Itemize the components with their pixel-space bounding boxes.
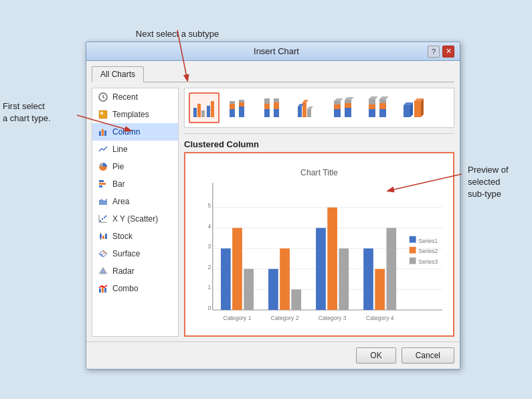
svg-rect-44	[274, 109, 279, 117]
recent-icon	[98, 92, 108, 102]
svg-rect-95	[291, 289, 301, 310]
svg-rect-17	[102, 236, 104, 239]
subtype-3d-column[interactable]	[397, 92, 428, 123]
svg-rect-98	[339, 248, 349, 310]
cancel-button[interactable]: Cancel	[402, 347, 454, 364]
svg-rect-40	[239, 100, 244, 102]
svg-text:Series2: Series2	[418, 248, 438, 254]
svg-rect-3	[99, 131, 101, 136]
svg-text:1: 1	[208, 284, 211, 291]
preview-area: Clustered Column Chart Title 0 1 2 3 4 5	[184, 139, 454, 337]
chart-type-xy[interactable]: X Y (Scatter)	[92, 210, 178, 228]
chart-preview-svg: Chart Title 0 1 2 3 4 5	[188, 156, 450, 333]
svg-rect-29	[104, 288, 106, 293]
preview-label: Clustered Column	[184, 139, 454, 149]
subtype-stacked100[interactable]	[258, 92, 289, 123]
surface-label: Surface	[112, 249, 140, 258]
svg-rect-90	[221, 248, 231, 310]
svg-rect-4	[102, 129, 104, 136]
column-icon	[98, 127, 108, 137]
stock-icon	[98, 231, 108, 242]
chart-type-surface[interactable]: Surface	[92, 245, 178, 262]
radar-icon	[98, 266, 108, 276]
svg-rect-53	[334, 109, 341, 117]
combo-label: Combo	[112, 284, 139, 293]
templates-label: Templates	[112, 110, 149, 119]
svg-marker-56	[334, 98, 343, 101]
xy-label: X Y (Scatter)	[112, 214, 158, 224]
svg-text:Category 2: Category 2	[271, 315, 299, 321]
svg-rect-94	[280, 248, 290, 310]
svg-rect-18	[105, 234, 107, 239]
svg-rect-93	[268, 269, 278, 310]
svg-rect-35	[230, 109, 235, 117]
ok-button[interactable]: OK	[356, 347, 395, 364]
area-label: Area	[112, 197, 129, 206]
chart-type-bar[interactable]: Bar	[92, 175, 178, 193]
line-icon	[98, 144, 108, 155]
svg-text:5: 5	[208, 202, 211, 209]
svg-marker-51	[302, 100, 308, 102]
combo-icon	[98, 283, 108, 294]
chart-type-list: Recent Templates	[92, 88, 179, 337]
chart-type-stock[interactable]: Stock	[92, 228, 178, 245]
svg-rect-69	[404, 105, 410, 117]
tab-strip: All Charts	[92, 66, 454, 82]
close-button[interactable]: ✕	[442, 46, 454, 58]
svg-rect-99	[363, 248, 373, 310]
svg-rect-37	[230, 101, 235, 104]
svg-rect-49	[307, 109, 311, 117]
chart-type-combo[interactable]: Combo	[92, 280, 178, 297]
subtype-3d-clustered[interactable]	[293, 92, 324, 123]
svg-rect-46	[274, 98, 279, 102]
dialog-body: All Charts Recent Templates	[86, 61, 460, 369]
svg-point-11	[102, 218, 103, 220]
svg-rect-33	[207, 106, 210, 117]
annotation-preview: Preview ofselectedsub-type	[468, 164, 528, 201]
svg-rect-63	[369, 99, 375, 104]
chart-type-column[interactable]: Column	[92, 123, 178, 141]
svg-rect-110	[410, 258, 416, 264]
dialog-titlebar: Insert Chart ? ✕	[86, 42, 460, 61]
svg-rect-31	[197, 104, 201, 117]
svg-rect-36	[230, 104, 235, 109]
chart-type-area[interactable]: Area	[92, 193, 178, 210]
svg-rect-106	[410, 236, 416, 243]
help-button[interactable]: ?	[428, 46, 440, 58]
chart-type-line[interactable]: Line	[92, 141, 178, 158]
chart-type-templates[interactable]: Templates	[92, 106, 178, 123]
right-panel: Clustered Column Chart Title 0 1 2 3 4 5	[184, 88, 454, 337]
chart-type-radar[interactable]: Radar	[92, 262, 178, 280]
insert-chart-dialog: Insert Chart ? ✕ All Charts Recent	[86, 42, 460, 370]
svg-marker-26	[100, 268, 106, 273]
pie-label: Pie	[112, 162, 124, 171]
subtype-row	[184, 88, 454, 128]
preview-box: Chart Title 0 1 2 3 4 5	[184, 152, 454, 337]
svg-rect-32	[201, 110, 205, 117]
svg-text:Series1: Series1	[418, 238, 438, 244]
svg-text:Chart Title: Chart Title	[300, 168, 338, 177]
dialog-footer: OK Cancel	[86, 341, 460, 369]
svg-rect-42	[264, 104, 270, 109]
svg-rect-59	[345, 100, 351, 103]
svg-marker-74	[421, 98, 424, 117]
subtype-clustered[interactable]	[189, 92, 219, 123]
svg-marker-64	[369, 96, 378, 99]
svg-text:Category 1: Category 1	[224, 315, 252, 321]
svg-rect-92	[244, 269, 254, 310]
svg-rect-2	[100, 112, 103, 114]
column-label: Column	[112, 127, 140, 137]
subtype-3d-stacked100[interactable]	[363, 92, 393, 123]
svg-text:2: 2	[208, 264, 211, 270]
templates-icon	[98, 109, 108, 120]
chart-type-pie[interactable]: Pie	[92, 158, 178, 175]
svg-marker-60	[345, 97, 354, 100]
tab-all-charts[interactable]: All Charts	[92, 66, 144, 82]
svg-text:0: 0	[208, 305, 211, 311]
subtype-stacked[interactable]	[224, 92, 254, 123]
subtype-3d-stacked[interactable]	[328, 92, 359, 123]
svg-rect-65	[379, 109, 386, 117]
annotation-first-select: First selecta chart type.	[3, 100, 76, 125]
chart-type-recent[interactable]: Recent	[92, 88, 178, 106]
titlebar-controls: ? ✕	[428, 46, 454, 58]
